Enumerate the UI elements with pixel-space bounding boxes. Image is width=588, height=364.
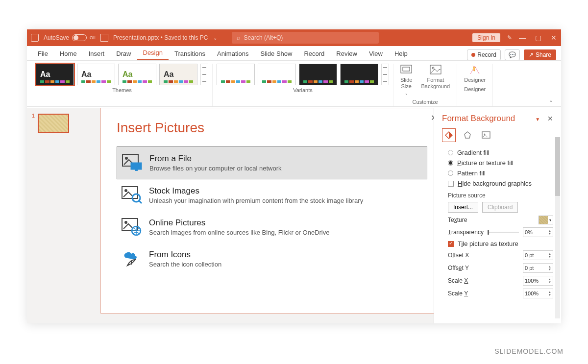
svg-rect-6 (131, 163, 142, 170)
tab-record[interactable]: Record (298, 47, 330, 60)
tab-slideshow[interactable]: Slide Show (254, 47, 298, 60)
svg-point-9 (124, 189, 127, 192)
record-button[interactable]: Record (467, 49, 501, 60)
theme-option-3[interactable]: Aa (118, 64, 156, 85)
tab-home[interactable]: Home (54, 47, 83, 60)
tab-transitions[interactable]: Transitions (169, 47, 211, 60)
insert-stock-images-option[interactable]: Stock Images Unleash your imagination wi… (117, 179, 427, 211)
transparency-input[interactable]: 0%▲▼ (523, 227, 553, 237)
texture-label: Texture (448, 217, 467, 223)
format-background-panel: Format Background ▼ ✕ Gradient fill Pict… (434, 108, 561, 323)
panel-title: Format Background (442, 114, 515, 123)
offset-y-input[interactable]: 0 pt▲▼ (523, 263, 553, 273)
tab-design[interactable]: Design (137, 46, 169, 60)
variant-3[interactable] (299, 64, 337, 85)
insert-online-pictures-option[interactable]: Online Pictures Search images from onlin… (117, 211, 427, 243)
texture-picker[interactable]: ▾ (539, 216, 553, 224)
theme-option-4[interactable]: Aa (159, 64, 197, 85)
customize-group-label: Customize (413, 99, 438, 107)
theme-option-2[interactable]: Aa (77, 64, 115, 85)
ribbon-designer-group: Designer Designer (457, 64, 493, 106)
svg-rect-7 (135, 170, 138, 171)
panel-scrollbar[interactable] (555, 137, 560, 318)
format-background-button[interactable]: Format Background (418, 64, 453, 97)
transparency-slider[interactable] (488, 232, 519, 233)
svg-point-5 (125, 157, 128, 160)
picture-source-label: Picture source (448, 192, 553, 199)
option-desc: Search images from online sources like B… (149, 229, 329, 236)
option-label: Online Pictures (149, 218, 329, 228)
pattern-fill-radio[interactable]: Pattern fill (448, 170, 553, 177)
scale-x-input[interactable]: 100%▲▼ (523, 276, 553, 286)
ribbon: Aa Aa Aa Aa Themes Variants Slid (27, 61, 561, 107)
hide-background-checkbox[interactable]: Hide background graphics (448, 180, 553, 187)
slide-thumbnails-panel: 1 (27, 108, 81, 323)
variant-4[interactable] (340, 64, 378, 85)
gradient-fill-radio[interactable]: Gradient fill (448, 149, 553, 156)
autosave-state: Off (90, 35, 96, 40)
fill-tab-icon[interactable] (442, 128, 456, 142)
insert-pictures-dialog: ✕ Insert Pictures From a File Browse fil… (100, 108, 443, 314)
option-desc: Unleash your imagination with premium co… (149, 197, 363, 204)
share-icon: ↗ (529, 51, 534, 58)
chevron-down-icon[interactable]: ⌄ (213, 35, 217, 41)
option-label: From a File (149, 154, 282, 164)
offset-x-input[interactable]: 0 pt▲▼ (523, 250, 553, 260)
slide-size-button[interactable]: Slide Size ⌄ (397, 64, 415, 97)
tab-insert[interactable]: Insert (83, 47, 111, 60)
clipboard-button[interactable]: Clipboard (482, 202, 518, 213)
theme-option-1[interactable]: Aa (36, 64, 74, 85)
ribbon-customize-group: Slide Size ⌄ Format Background Customize (393, 64, 457, 106)
svg-point-13 (124, 221, 127, 224)
svg-line-11 (139, 201, 142, 203)
tab-draw[interactable]: Draw (110, 47, 137, 60)
option-label: Stock Images (149, 186, 363, 196)
insert-from-icons-option[interactable]: From Icons Search the icon collection (117, 243, 427, 275)
close-button[interactable]: ✕ (550, 34, 557, 41)
svg-rect-1 (403, 67, 410, 71)
tab-review[interactable]: Review (330, 47, 363, 60)
pen-icon[interactable]: ✎ (507, 34, 512, 41)
svg-rect-16 (482, 132, 490, 138)
format-background-icon (430, 65, 441, 75)
picture-tab-icon[interactable] (479, 128, 493, 142)
svg-rect-0 (401, 65, 412, 73)
document-title[interactable]: Presentation.pptx • Saved to this PC (113, 34, 208, 41)
tab-help[interactable]: Help (389, 47, 414, 60)
search-placeholder: Search (Alt+Q) (244, 34, 283, 41)
picture-fill-radio[interactable]: Picture or texture fill (448, 159, 553, 167)
variant-1[interactable] (217, 64, 255, 85)
option-label: From Icons (149, 250, 221, 260)
scale-y-input[interactable]: 100%▲▼ (523, 289, 553, 298)
tile-picture-checkbox[interactable]: Tile picture as texture (448, 240, 553, 247)
search-input[interactable]: ⌕ Search (Alt+Q) (232, 32, 379, 44)
panel-dropdown-icon[interactable]: ▼ (535, 117, 540, 122)
themes-more-button[interactable] (200, 64, 208, 85)
tab-animations[interactable]: Animations (211, 47, 254, 60)
save-icon[interactable] (100, 34, 108, 42)
themes-group-label: Themes (112, 87, 132, 95)
maximize-button[interactable]: ▢ (535, 34, 541, 41)
tab-file[interactable]: File (32, 47, 54, 60)
tab-view[interactable]: View (363, 47, 389, 60)
comments-button[interactable]: 💬 (505, 49, 520, 60)
autosave-toggle[interactable]: AutoSave Off (44, 34, 96, 41)
ribbon-collapse-icon[interactable]: ⌄ (546, 94, 556, 106)
share-button[interactable]: ↗Share (524, 49, 556, 60)
app-icon (31, 34, 39, 42)
online-pictures-icon (122, 218, 142, 236)
effects-tab-icon[interactable] (461, 128, 474, 142)
option-desc: Search the icon collection (149, 261, 221, 268)
insert-from-file-option[interactable]: From a File Browse files on your compute… (117, 146, 427, 179)
variant-2[interactable] (258, 64, 296, 85)
slide-thumbnail-1[interactable] (38, 114, 69, 133)
variants-more-button[interactable] (381, 64, 389, 85)
slide-number: 1 (32, 113, 35, 133)
scale-y-label: Scale Y (448, 290, 468, 297)
signin-button[interactable]: Sign in (472, 33, 500, 42)
designer-button[interactable]: Designer (461, 64, 489, 84)
minimize-button[interactable]: — (519, 34, 526, 41)
insert-picture-button[interactable]: Insert... (448, 202, 478, 213)
panel-close-button[interactable]: ✕ (547, 115, 553, 122)
menu-bar: File Home Insert Draw Design Transitions… (27, 46, 561, 61)
